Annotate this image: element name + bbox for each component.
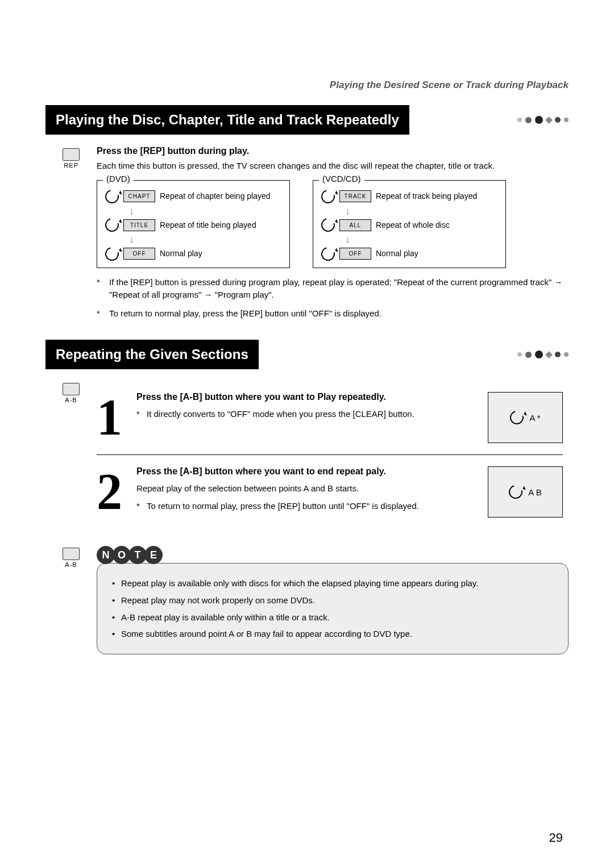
indicator-text: A B [528,487,541,497]
chip-title: TITLE [123,219,155,231]
remote-button-icon [63,148,80,161]
remote-button-icon [63,383,80,395]
arrow-down-icon: ↓ [345,235,497,243]
step2-sub: To return to normal play, press the [REP… [136,500,488,513]
step-number: 2 [97,466,136,518]
repeat-icon [319,244,338,263]
breadcrumb: Playing the Desired Scene or Track durin… [45,80,569,91]
repeat-icon [507,483,525,502]
step2-heading: Press the [A-B] button where you want to… [136,466,488,477]
remote-button-label: A-B [54,561,88,568]
repeat-flow-diagram: (DVD) CHAPTRepeat of chapter being playe… [97,180,563,268]
desc-chapt: Repeat of chapter being played [160,191,271,201]
arrow-down-icon: ↓ [129,207,281,215]
arrow-down-icon: ↓ [129,235,281,243]
dvd-flow-title: (DVD) [103,174,134,183]
note-letter: E [144,546,163,564]
manual-page: Playing the Desired Scene or Track durin… [0,0,614,868]
repeat-icon [103,187,122,206]
desc-off-vcd: Normal play [376,249,418,258]
chip-all: ALL [339,219,371,231]
section2-body: A-B 1 Press the [A-B] button where you w… [45,381,569,529]
rep-button-illustration: REP [45,146,97,326]
list-item: To return to normal play, press the [REP… [97,307,563,320]
section1-title: Playing the Disc, Chapter, Title and Tra… [45,105,409,135]
dvd-flow: (DVD) CHAPTRepeat of chapter being playe… [97,180,290,268]
section2-main: 1 Press the [A-B] button where you want … [97,381,569,529]
section1-heading: Press the [REP] button during play. [97,146,563,156]
list-item: A-B repeat play is available only within… [112,611,553,624]
list-item: Repeat play is available only with discs… [112,577,553,590]
dot-decoration [517,350,569,358]
chip-off-dvd: OFF [123,248,155,260]
step-number: 1 [97,392,136,443]
list-item: Repeat play may not work properly on som… [112,594,553,607]
chip-chapt: CHAPT [123,190,155,202]
step-2: 2 Press the [A-B] button where you want … [97,455,563,529]
desc-off-dvd: Normal play [160,249,202,258]
ab-button-illustration: A-B [45,381,97,529]
page-number: 29 [549,831,563,845]
section2-title: Repeating the Given Sections [45,340,259,369]
repeat-icon [319,187,338,206]
arrow-down-icon: ↓ [345,207,497,215]
section1-notes: If the [REP] button is pressed during pr… [97,276,563,320]
desc-all: Repeat of whole disc [376,220,450,230]
remote-button-label: A-B [45,397,97,403]
note-header: N O T E [97,546,569,564]
desc-title: Repeat of title being played [160,220,256,230]
step2-body: Repeat play of the selection between poi… [136,482,488,495]
note-box: Repeat play is available only with discs… [97,563,569,654]
section1-header: Playing the Disc, Chapter, Title and Tra… [45,105,569,135]
vcd-flow: (VCD/CD) TRACKRepeat of track being play… [313,180,506,268]
remote-button-label: REP [45,162,97,169]
section1-explain: Each time this button is pressed, the TV… [97,160,563,172]
indicator-text: A * [529,413,540,423]
step-1: 1 Press the [A-B] button where you want … [97,381,563,455]
ab-button-illustration-2: A-B [54,545,88,568]
desc-track: Repeat of track being played [376,191,477,201]
section1-body: REP Press the [REP] button during play. … [45,146,569,326]
chip-track: TRACK [339,190,371,202]
screen-indicator-a: A * [488,392,563,443]
remote-button-icon [63,548,80,560]
repeat-icon [508,408,526,427]
repeat-icon [319,216,338,235]
section1-main: Press the [REP] button during play. Each… [97,146,569,326]
step1-heading: Press the [A-B] button where you want to… [136,392,488,402]
screen-indicator-ab: A B [488,466,563,518]
chip-off-vcd: OFF [339,248,371,260]
repeat-icon [103,244,122,263]
list-item: Some subtitles around point A or B may f… [112,628,553,640]
list-item: If the [REP] button is pressed during pr… [97,276,563,302]
dot-decoration [517,116,569,124]
step1-sub: It directly converts to "OFF" mode when … [136,408,488,421]
section2-header: Repeating the Given Sections [45,340,569,369]
repeat-icon [103,216,122,235]
vcd-flow-title: (VCD/CD) [319,174,364,183]
